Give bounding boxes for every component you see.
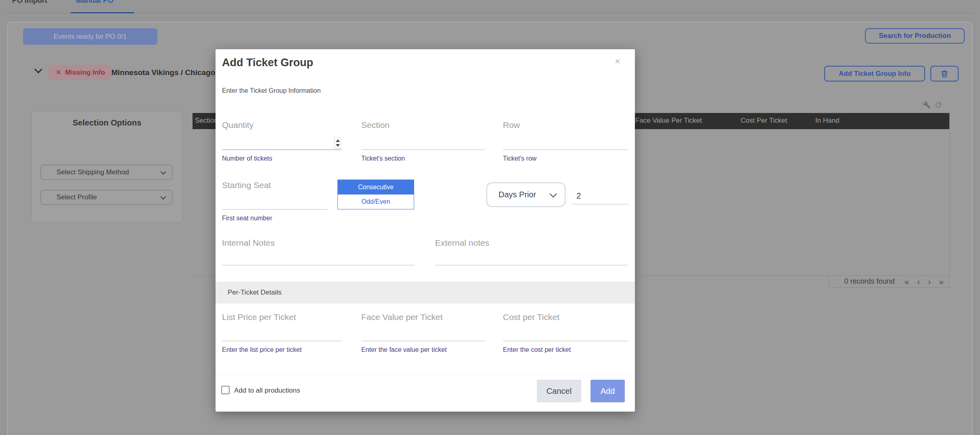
quantity-stepper[interactable] [334, 137, 341, 149]
top-tab-bar: PO Import Manual PO [0, 0, 980, 13]
modal-title: Add Ticket Group [222, 56, 313, 69]
row-helper: Ticket's row [503, 155, 536, 162]
section-input[interactable] [361, 149, 485, 150]
stepper-down-icon[interactable] [336, 144, 340, 147]
add-button[interactable]: Add [591, 380, 625, 402]
starting-seat-input[interactable] [222, 209, 328, 210]
cost-per-ticket-input[interactable] [503, 341, 628, 341]
column-header-in-hand: In Hand [815, 117, 840, 125]
x-icon: ✕ [56, 68, 61, 77]
add-to-all-productions-label: Add to all productions [234, 387, 300, 395]
active-tab-underline [71, 12, 134, 13]
quantity-label: Quantity [222, 120, 253, 130]
refresh-icon[interactable] [934, 101, 942, 109]
chevron-down-icon [34, 65, 42, 73]
quantity-helper: Number of tickets [222, 155, 272, 162]
chevron-down-icon [549, 190, 557, 197]
profile-select[interactable]: Select Profile [40, 190, 173, 205]
prev-page-icon[interactable]: ‹ [917, 277, 920, 286]
section-helper: Ticket's section [361, 155, 405, 162]
records-found-label: 0 records found [844, 277, 895, 286]
add-to-all-productions-checkbox[interactable] [221, 386, 230, 394]
delete-event-button[interactable] [930, 66, 959, 82]
next-page-icon[interactable]: › [928, 277, 931, 286]
cost-per-ticket-helper: Enter the cost per ticket [503, 346, 571, 353]
consecutive-option[interactable]: Consecutive [338, 180, 414, 194]
starting-seat-helper: First seat number [222, 215, 272, 222]
cost-per-ticket-label: Cost per Ticket [503, 312, 559, 322]
days-prior-value: Days Prior [498, 190, 536, 199]
missing-info-badge: ✕ Missing Info [48, 65, 113, 80]
face-value-label: Face Value per Ticket [361, 312, 443, 322]
face-value-input[interactable] [361, 341, 485, 341]
face-value-helper: Enter the face value per ticket [361, 346, 447, 353]
event-title: Minnesota Vikings / Chicago [111, 68, 215, 77]
table-right-border [949, 113, 950, 287]
shipping-method-placeholder: Select Shipping Method [57, 168, 129, 176]
internal-notes-input[interactable] [222, 265, 415, 266]
external-notes-label: External notes [435, 238, 489, 248]
wrench-icon[interactable] [923, 101, 931, 109]
per-ticket-details-header: Per-Ticket Details [216, 282, 635, 303]
profile-placeholder: Select Profile [57, 193, 97, 201]
starting-seat-label: Starting Seat [222, 180, 271, 190]
stepper-up-icon[interactable] [336, 139, 340, 142]
days-prior-number-input[interactable]: 2 [572, 191, 629, 205]
row-input[interactable] [503, 149, 628, 150]
cancel-button[interactable]: Cancel [537, 380, 581, 402]
odd-even-option[interactable]: Odd/Even [338, 194, 414, 209]
event-expander[interactable] [33, 67, 44, 75]
seat-mode-toggle: Consecutive Odd/Even [337, 180, 414, 209]
trash-icon [940, 69, 949, 78]
list-price-helper: Enter the list price per ticket [222, 346, 302, 353]
missing-info-label: Missing Info [65, 69, 105, 77]
list-price-input[interactable] [222, 341, 341, 341]
column-header-face-value: Face Value Per Ticket [635, 117, 702, 125]
chevron-down-icon [160, 194, 166, 200]
chevron-down-icon [160, 169, 166, 175]
column-header-cost: Cost Per Ticket [741, 117, 787, 125]
external-notes-input[interactable] [435, 265, 628, 266]
modal-subtitle: Enter the Ticket Group Information [222, 87, 321, 94]
first-page-icon[interactable]: « [905, 277, 909, 286]
table-pagination: 0 records found « ‹ › » [829, 275, 950, 288]
footer-divider [216, 374, 635, 375]
quantity-input[interactable] [222, 149, 341, 150]
events-ready-button[interactable]: Events ready for PO 0/1 [23, 28, 157, 45]
tab-po-import[interactable]: PO Import [12, 0, 47, 5]
selection-options-title: Selection Options [31, 118, 182, 128]
internal-notes-label: Internal Notes [222, 238, 275, 248]
days-prior-select[interactable]: Days Prior [486, 182, 565, 207]
table-tools [923, 101, 942, 109]
last-page-icon[interactable]: » [939, 277, 944, 286]
add-ticket-group-modal: Add Ticket Group × Enter the Ticket Grou… [216, 49, 635, 412]
section-label: Section [361, 120, 389, 130]
search-for-production-button[interactable]: Search for Production [865, 28, 965, 44]
list-price-label: List Price per Ticket [222, 312, 296, 322]
column-header-section: Section [195, 117, 218, 125]
tab-bar-divider [7, 13, 973, 13]
tab-manual-po[interactable]: Manual PO [76, 0, 113, 5]
shipping-method-select[interactable]: Select Shipping Method [40, 165, 173, 180]
add-ticket-group-info-button[interactable]: Add Ticket Group Info [824, 66, 925, 82]
close-icon[interactable]: × [615, 56, 620, 66]
row-label: Row [503, 120, 520, 130]
